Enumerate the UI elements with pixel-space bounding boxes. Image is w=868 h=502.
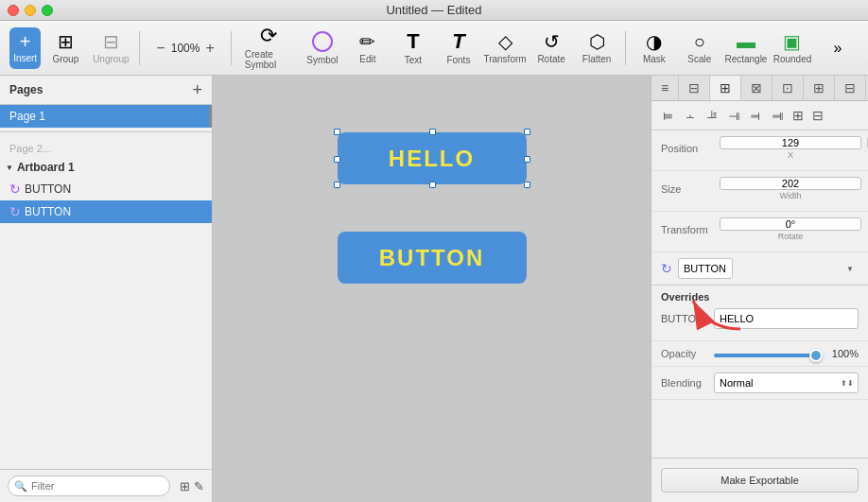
zoom-in-button[interactable]: + [201, 39, 217, 58]
properties-tab[interactable]: ⊞ [710, 76, 741, 100]
filter-input[interactable] [8, 476, 170, 496]
fonts-label: Fonts [446, 55, 470, 65]
close-button[interactable] [8, 5, 19, 16]
titlebar: Untitled — Edited [0, 0, 868, 21]
symbol-select[interactable]: BUTTON [678, 258, 733, 279]
rectangle-label: Rectangle [724, 54, 767, 64]
handle-tc-1[interactable] [429, 129, 436, 135]
grid-tab[interactable]: ⊞ [804, 76, 835, 100]
flatten-button[interactable]: ⬡ Flatten [576, 25, 617, 72]
exportable-section: Make Exportable [651, 458, 868, 502]
zoom-value: 100% [171, 42, 200, 55]
button2-element[interactable]: BUTTON [338, 232, 527, 284]
text-button[interactable]: T Text [392, 25, 434, 72]
transform-label: Transform [483, 54, 526, 64]
minimize-button[interactable] [25, 5, 36, 16]
page1-item[interactable]: Page 1 [0, 105, 212, 128]
handle-bc-1[interactable] [429, 182, 436, 188]
blending-select[interactable]: NormalDarkenMultiplyColor BurnLightenScr… [714, 372, 859, 393]
rectangle-button[interactable]: ▬ Rectangle [724, 25, 768, 72]
more-tab[interactable]: ⊡ [773, 76, 804, 100]
create-symbol-button[interactable]: ⟳ Create Symbol [239, 25, 298, 72]
handle-bl-1[interactable] [334, 182, 340, 188]
rounded-icon: ▣ [783, 32, 801, 51]
sep2 [231, 31, 232, 65]
handle-ml-1[interactable] [334, 156, 340, 163]
align-center-h-icon[interactable]: ⫠ [681, 106, 700, 125]
fonts-button[interactable]: T Fonts [438, 25, 479, 72]
scroll-indicator [209, 105, 212, 128]
opacity-value: 100% [828, 348, 859, 359]
button2-layer[interactable]: ↻ BUTTON [0, 200, 212, 223]
size-w-wrap: Width [720, 177, 861, 200]
handle-mr-1[interactable] [524, 156, 530, 163]
more-button[interactable]: » [817, 25, 859, 72]
button1-text: HELLO [389, 146, 475, 172]
mask-button[interactable]: ◑ Mask [634, 25, 675, 72]
opacity-label: Opacity [661, 348, 708, 359]
rotate-input[interactable] [720, 217, 861, 231]
pages-title: Pages [9, 83, 43, 96]
size-w-input[interactable] [720, 177, 861, 190]
handle-br-1[interactable] [524, 182, 530, 188]
group-button[interactable]: ⊞ Group [44, 25, 86, 72]
button2-element-wrap: BUTTON [338, 232, 527, 284]
maximize-button[interactable] [42, 5, 53, 16]
handle-tr-1[interactable] [524, 129, 530, 135]
insert-icon: + [20, 32, 31, 51]
size-w-label: Width [720, 191, 861, 200]
overrides-title: Overrides [661, 291, 859, 303]
mask-label: Mask [643, 54, 666, 64]
group-label: Group [52, 54, 78, 64]
ungroup-icon: ⊟ [103, 32, 119, 51]
transform-label: Transform [661, 224, 714, 235]
add-page-button[interactable]: + [192, 81, 202, 98]
handle-tl-1[interactable] [334, 129, 340, 135]
align-right-icon[interactable]: ⫥ [768, 106, 787, 125]
button1-element[interactable]: HELLO [338, 132, 527, 184]
transform-button[interactable]: ◇ Transform [483, 25, 527, 72]
align-bottom-icon[interactable]: ⫤ [746, 106, 765, 125]
align-middle-v-icon[interactable]: ⫣ [724, 106, 743, 125]
spacing-tab[interactable]: ⊠ [741, 76, 773, 100]
layout-tab[interactable]: ⊟ [679, 76, 710, 100]
edit-layers-icon[interactable]: ✎ [194, 479, 204, 493]
position-x-input[interactable] [720, 136, 861, 149]
symbol-label: Symbol [306, 55, 338, 65]
artboard1-name: Artboard 1 [17, 161, 75, 174]
zoom-control: − 100% + [148, 39, 223, 58]
scale-button[interactable]: ○ Scale [679, 25, 720, 72]
more-icon: » [834, 41, 842, 56]
edit-button[interactable]: ✏ Edit [347, 25, 389, 72]
distribute-v-icon[interactable]: ⊟ [809, 106, 826, 125]
transform-section: Transform Rotate ↔ ↕ Flip [651, 212, 868, 252]
zoom-out-button[interactable]: − [152, 39, 168, 58]
blending-label: Blending [661, 377, 708, 389]
ungroup-button[interactable]: ⊟ Ungroup [90, 25, 131, 72]
align-left-icon[interactable]: ⫢ [659, 106, 678, 125]
page2-item[interactable]: Page 2... [0, 140, 212, 157]
rotate-button[interactable]: ↺ Rotate [530, 25, 572, 72]
override-value-input[interactable] [714, 308, 859, 329]
button1-layer[interactable]: ↻ BUTTON [0, 178, 212, 200]
canvas[interactable]: HELLO BUTTON [213, 76, 651, 502]
make-exportable-button[interactable]: Make Exportable [661, 468, 859, 493]
align-top-icon[interactable]: ⫡ [703, 106, 721, 125]
opacity-slider[interactable] [714, 354, 823, 357]
distribute-h-icon[interactable]: ⊞ [790, 106, 807, 125]
panel-tabs: ≡ ⊟ ⊞ ⊠ ⊡ ⊞ ⊟ [651, 76, 868, 101]
dots-tab[interactable]: ⊟ [835, 76, 866, 100]
rounded-button[interactable]: ▣ Rounded [772, 25, 813, 72]
layers-icon[interactable]: ⊞ [180, 479, 190, 493]
sidebar-divider1 [0, 131, 212, 132]
align-tab[interactable]: ≡ [651, 76, 679, 100]
sidebar-footer: 🔍 ⊞ ✎ [0, 469, 212, 502]
footer-icons: ⊞ ✎ [180, 479, 204, 493]
layer-symbol-icon1: ↻ [9, 182, 21, 197]
override-row: BUTTON [661, 308, 859, 329]
text-icon: T [407, 31, 419, 52]
insert-button[interactable]: + Insert [9, 27, 41, 69]
flatten-icon: ⬡ [589, 32, 605, 51]
symbol-select-wrap: BUTTON [678, 258, 859, 279]
symbol-button[interactable]: Symbol [302, 25, 343, 72]
